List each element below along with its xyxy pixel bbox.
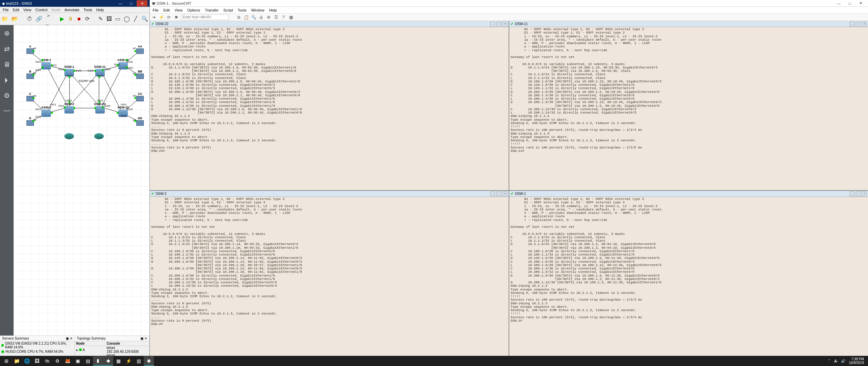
switch-category-icon[interactable]: ⇄	[2, 44, 12, 54]
maximize-button[interactable]: □	[844, 0, 855, 6]
pane-max-icon[interactable]: □	[496, 22, 501, 26]
taskbar-terminal-icon[interactable]: ▮	[93, 356, 103, 366]
settings-icon[interactable]: ⚙	[266, 15, 271, 20]
undock-icon[interactable]: ▣	[140, 337, 143, 340]
minimize-button[interactable]: —	[115, 0, 126, 6]
node-a[interactable]: A	[26, 45, 34, 54]
console-all-icon[interactable]: ＞_	[46, 15, 51, 23]
server-row[interactable]: HUGO-CORE CPU 4.7%, RAM 54.0%	[0, 349, 75, 354]
taskbar-app-icon[interactable]: ⚡	[123, 356, 134, 366]
show-links-icon[interactable]: 🔗	[36, 15, 42, 23]
menu-file[interactable]: File	[1, 8, 10, 12]
menu-file[interactable]: File	[151, 8, 160, 12]
help-icon[interactable]: ?	[281, 15, 286, 20]
node-asw2[interactable]: ASW-2	[41, 106, 51, 117]
pane-min-icon[interactable]: —	[850, 22, 854, 26]
terminal-body[interactable]: N1 - OSPF NSSA external type 1, N2 - OSP…	[150, 197, 509, 360]
start-all-icon[interactable]: ▶	[60, 15, 64, 23]
taskbar-settings-icon[interactable]: ⚙	[52, 356, 62, 366]
terminal-body[interactable]: N1 - OSPF NSSA external type 1, N2 - OSP…	[509, 197, 868, 360]
topology-row[interactable]: ▸Atelnet 192.168.40.129:5008	[75, 346, 150, 353]
router-1[interactable]	[64, 133, 74, 140]
close-panel-icon[interactable]: ✕	[144, 337, 147, 340]
tray-volume-icon[interactable]: 🔊	[841, 359, 846, 363]
taskbar-store-icon[interactable]: 🛍	[42, 356, 52, 366]
terminal-body[interactable]: N1 - OSPF NSSA external type 1, N2 - OSP…	[150, 27, 509, 190]
gns3-titlebar[interactable]: ◆ test123 - GNS3 — □ ✕	[0, 0, 150, 7]
topology-canvas[interactable]: A AA B BB C CC D DD ASW-1 ASW-11 ASW-2 A…	[14, 25, 150, 336]
taskbar-app-icon[interactable]: ▥	[134, 356, 144, 366]
undock-icon[interactable]: ▣	[66, 337, 69, 340]
taskbar-securecrt-icon[interactable]: ◉	[144, 356, 154, 366]
snapshot-icon[interactable]: ⏱	[27, 15, 32, 23]
menu-view[interactable]: View	[173, 8, 184, 12]
pane-max-icon[interactable]: □	[856, 22, 861, 26]
menu-edit[interactable]: Edit	[12, 8, 21, 12]
pane-min-icon[interactable]: —	[490, 191, 495, 196]
router-2[interactable]	[94, 133, 104, 140]
host-input[interactable]	[181, 15, 229, 20]
pause-all-icon[interactable]: ⏸	[68, 15, 73, 23]
menu-control[interactable]: Control	[34, 8, 48, 12]
menu-help[interactable]: Help	[95, 8, 105, 12]
start-button[interactable]: ⊞	[1, 356, 12, 366]
print-icon[interactable]: 🖨	[258, 15, 264, 20]
terminal-tab[interactable]: ✔ DSW-22 — □ ✕	[150, 21, 509, 27]
close-panel-icon[interactable]: ✕	[70, 337, 73, 340]
menu-options[interactable]: Options	[186, 8, 201, 12]
terminal-tab[interactable]: ✔ DSW-11 — □ ✕	[509, 21, 868, 27]
close-button[interactable]: ✕	[855, 0, 866, 6]
session-options-icon[interactable]: ☰	[273, 15, 279, 20]
clock[interactable]: 7:38 PM 10/8/2019	[849, 357, 864, 365]
add-line-icon[interactable]: ╱	[133, 15, 138, 23]
new-project-icon[interactable]: 📁	[1, 15, 8, 23]
router-category-icon[interactable]: ⊕	[2, 28, 12, 38]
end-device-icon[interactable]: 🖥	[2, 60, 12, 69]
connect-icon[interactable]: ➜	[151, 15, 157, 20]
find-icon[interactable]: 🔍	[251, 15, 256, 20]
open-project-icon[interactable]: 📂	[12, 15, 18, 23]
pane-max-icon[interactable]: □	[856, 191, 861, 196]
node-bb[interactable]: BB	[136, 70, 144, 79]
menu-script[interactable]: Script	[222, 8, 234, 12]
taskbar-app-icon[interactable]: ▦	[113, 356, 123, 366]
quick-connect-icon[interactable]: ⚡	[159, 15, 164, 20]
taskbar-photos-icon[interactable]: 🖼	[32, 356, 42, 366]
close-button[interactable]: ✕	[137, 0, 147, 6]
reconnect-icon[interactable]: ⟳	[166, 15, 172, 20]
menu-view[interactable]: View	[22, 8, 33, 12]
node-dd[interactable]: DD	[136, 117, 144, 126]
menu-tools[interactable]: Tools	[82, 8, 94, 12]
menu-edit[interactable]: Edit	[162, 8, 171, 12]
node-cc[interactable]: CC	[136, 92, 144, 102]
disconnect-icon[interactable]: ✖	[174, 15, 179, 20]
copy-icon[interactable]: ⧉	[236, 15, 241, 20]
taskbar-app-icon[interactable]: ▤	[83, 356, 93, 366]
taskbar-files-icon[interactable]: 📁	[12, 356, 22, 366]
pane-close-icon[interactable]: ✕	[502, 191, 507, 196]
add-rectangle-icon[interactable]: ▭	[115, 15, 120, 23]
taskbar-firefox-icon[interactable]: 🦊	[62, 356, 73, 366]
menu-annotate[interactable]: Annotate	[63, 8, 81, 12]
taskbar-edge-icon[interactable]: 🌐	[22, 356, 32, 366]
add-ellipse-icon[interactable]: ◯	[124, 15, 130, 23]
add-link-icon[interactable]: 〰	[2, 106, 12, 116]
node-aa[interactable]: AA	[136, 45, 144, 54]
terminal-tab[interactable]: ✔ DSW-2 — □ ✕	[150, 191, 509, 197]
taskbar-app-icon[interactable]: ▣	[73, 356, 83, 366]
minimize-button[interactable]: —	[833, 0, 844, 6]
taskbar-gns3-icon[interactable]: ◆	[103, 356, 113, 366]
server-row[interactable]: GNS3 VM (GNS3 VM 2.1.21) CPU 5.6%, RAM 1…	[0, 341, 75, 349]
zoom-icon[interactable]: 🔍	[141, 15, 148, 23]
tray-up-icon[interactable]: ˄	[828, 359, 830, 363]
menu-help[interactable]: Help	[268, 8, 278, 12]
menu-window[interactable]: Window	[250, 8, 266, 12]
all-devices-icon[interactable]: ⚙	[2, 91, 12, 100]
add-note-icon[interactable]: ✎	[98, 15, 103, 23]
pane-close-icon[interactable]: ✕	[862, 22, 867, 26]
paste-icon[interactable]: 📋	[243, 15, 249, 20]
pane-max-icon[interactable]: □	[496, 191, 501, 196]
terminal-tab[interactable]: ✔ DSW-1 — □ ✕	[509, 191, 868, 197]
add-image-icon[interactable]: 🖼	[106, 15, 112, 23]
tray-network-icon[interactable]: 🖧	[834, 359, 837, 363]
